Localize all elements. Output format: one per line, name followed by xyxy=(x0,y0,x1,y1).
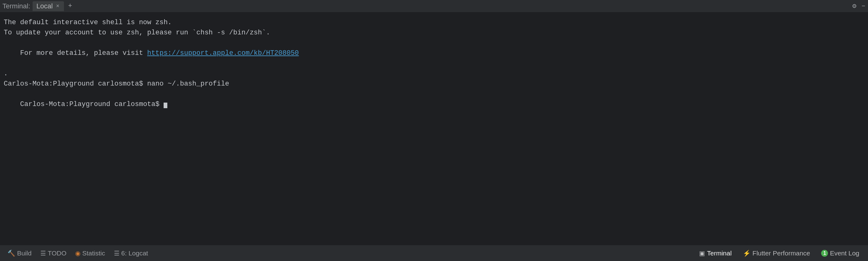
bottom-item-flutter-performance[interactable]: ⚡ Flutter Performance xyxy=(738,247,815,259)
event-badge: 1 xyxy=(821,250,828,257)
logcat-label: 6: Logcat xyxy=(121,250,148,257)
terminal-output[interactable]: The default interactive shell is now zsh… xyxy=(0,12,868,245)
terminal-line-2: To update your account to use zsh, pleas… xyxy=(4,28,864,38)
flutter-icon: ⚡ xyxy=(743,250,751,257)
todo-label: TODO xyxy=(48,250,66,257)
terminal-line-1: The default interactive shell is now zsh… xyxy=(4,17,864,28)
terminal-text-prefix: For more details, please visit xyxy=(20,49,147,57)
add-tab-button[interactable]: + xyxy=(66,2,74,10)
bottom-item-todo[interactable]: ☰ TODO xyxy=(37,247,70,259)
bottom-item-statistic[interactable]: ◉ Statistic xyxy=(71,247,109,259)
title-bar-actions: ⚙ – xyxy=(852,2,866,10)
settings-icon[interactable]: ⚙ xyxy=(852,2,857,10)
chart-icon: ◉ xyxy=(75,250,81,257)
hammer-icon: 🔨 xyxy=(7,250,15,257)
terminal-line-4: . xyxy=(4,69,864,79)
terminal-cursor xyxy=(164,103,167,108)
flutter-performance-label: Flutter Performance xyxy=(752,250,810,257)
bottom-item-build[interactable]: 🔨 Build xyxy=(4,247,35,259)
terminal-line-5: Carlos-Mota:Playground carlosmota$ nano … xyxy=(4,79,864,89)
terminal-line-6: Carlos-Mota:Playground carlosmota$ xyxy=(4,89,864,120)
title-bar: Terminal: Local × + ⚙ – xyxy=(0,0,868,12)
tab-close-button[interactable]: × xyxy=(55,4,60,9)
terminal-icon: ▣ xyxy=(699,250,705,257)
terminal-line-3: For more details, please visit https://s… xyxy=(4,38,864,69)
title-bar-label: Terminal: xyxy=(2,2,30,10)
list-icon: ☰ xyxy=(40,250,46,257)
statistic-label: Statistic xyxy=(82,250,105,257)
bottom-item-logcat[interactable]: ☰ 6: Logcat xyxy=(110,247,152,259)
minimize-icon[interactable]: – xyxy=(862,2,866,10)
bottom-item-terminal[interactable]: ▣ Terminal xyxy=(694,247,736,259)
bottom-bar: 🔨 Build ☰ TODO ◉ Statistic ☰ 6: Logcat ▣… xyxy=(0,245,868,261)
bottom-item-event-log[interactable]: 1 Event Log xyxy=(816,247,864,259)
terminal-link[interactable]: https://support.apple.com/kb/HT208050 xyxy=(147,49,299,57)
event-log-label: Event Log xyxy=(830,250,859,257)
tab-label: Local xyxy=(36,2,53,10)
logcat-icon: ☰ xyxy=(114,250,120,257)
terminal-right-label: Terminal xyxy=(707,250,732,257)
build-label: Build xyxy=(17,250,32,257)
terminal-prompt: Carlos-Mota:Playground carlosmota$ xyxy=(20,101,164,108)
local-tab[interactable]: Local × xyxy=(33,1,64,11)
